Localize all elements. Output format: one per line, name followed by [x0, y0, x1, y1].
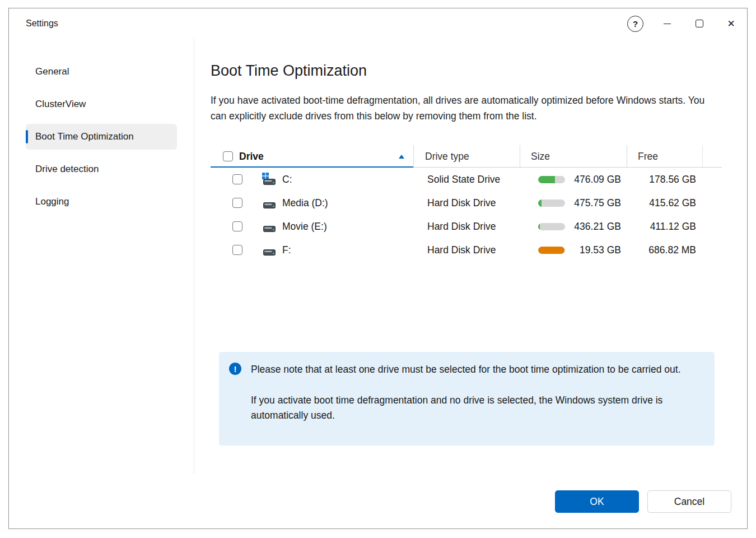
page-description: If you have activated boot-time defragme…: [211, 92, 717, 124]
minimize-button[interactable]: [651, 8, 683, 39]
size-cell: 436.21 GB: [520, 215, 627, 238]
sort-ascending-icon: [399, 155, 404, 159]
drive-cell: F:: [211, 238, 413, 262]
screen: Settings ? ✕ General Cluster: [0, 0, 756, 538]
table-row[interactable]: F: Hard Disk Drive 19.53 GB 686.82 MB: [211, 238, 722, 262]
sidebar: General ClusterView Boot Time Optimizati…: [9, 39, 194, 474]
drive-icon: [263, 174, 276, 185]
usage-bar: [538, 223, 565, 230]
usage-bar-fill: [538, 200, 542, 207]
main-content: Boot Time Optimization If you have activ…: [195, 39, 747, 528]
help-icon: ?: [627, 16, 643, 32]
drive-cell: C:: [211, 168, 413, 191]
usage-bar-fill: [538, 176, 555, 183]
size-cell: 475.75 GB: [520, 191, 627, 215]
free-cell: 686.82 MB: [627, 238, 702, 262]
column-header-drive-type-label: Drive type: [425, 151, 469, 163]
free-cell: 415.62 GB: [627, 191, 702, 215]
size-cell: 19.53 GB: [520, 238, 627, 262]
drive-checkbox[interactable]: [232, 174, 242, 184]
usage-bar: [538, 247, 565, 254]
free-cell: 178.56 GB: [627, 168, 702, 191]
column-header-size-label: Size: [531, 151, 550, 163]
size-cell: 476.09 GB: [520, 168, 627, 191]
drive-type-cell: Hard Disk Drive: [413, 191, 520, 215]
settings-window: Settings ? ✕ General Cluster: [8, 8, 748, 529]
column-header-free-label: Free: [638, 151, 658, 163]
drive-size: 436.21 GB: [565, 221, 627, 233]
drive-column-underline: [211, 166, 413, 168]
window-title: Settings: [26, 18, 58, 29]
drive-checkbox[interactable]: [232, 221, 242, 231]
drive-type-cell: Hard Disk Drive: [413, 238, 520, 262]
drive-size: 476.09 GB: [565, 174, 627, 185]
sidebar-item-label: Logging: [35, 196, 69, 207]
usage-bar: [538, 200, 565, 207]
drive-free: 178.56 GB: [649, 174, 696, 185]
drive-type-cell: Solid State Drive: [413, 168, 520, 191]
close-icon: ✕: [727, 19, 735, 29]
sidebar-item-clusterview[interactable]: ClusterView: [26, 91, 177, 117]
drive-cell: Movie (E:): [211, 215, 413, 238]
maximize-icon: [696, 20, 703, 27]
drive-type: Hard Disk Drive: [427, 197, 496, 209]
sidebar-item-label: Drive detection: [35, 164, 99, 175]
sidebar-item-logging[interactable]: Logging: [26, 189, 177, 215]
column-header-free[interactable]: Free: [627, 145, 702, 168]
drive-type-cell: Hard Disk Drive: [413, 215, 520, 238]
maximize-button[interactable]: [683, 8, 715, 39]
ok-button[interactable]: OK: [555, 490, 639, 513]
drive-free: 686.82 MB: [648, 244, 696, 256]
drive-checkbox[interactable]: [232, 245, 242, 255]
note-text: Please note that at least one drive must…: [251, 362, 699, 423]
header-underline: [413, 167, 722, 168]
table-row[interactable]: C: Solid State Drive 476.09 GB 178.56 GB: [211, 168, 722, 191]
help-button[interactable]: ?: [619, 8, 651, 39]
column-header-drive-type[interactable]: Drive type: [413, 145, 520, 168]
free-cell: 411.12 GB: [627, 215, 702, 238]
drive-name: Movie (E:): [282, 221, 327, 233]
drive-size: 475.75 GB: [565, 197, 627, 209]
drive-type: Hard Disk Drive: [427, 244, 496, 256]
drive-name: Media (D:): [282, 197, 328, 209]
note-box: ! Please note that at least one drive mu…: [219, 352, 715, 446]
column-header-drive-label: Drive: [239, 151, 264, 163]
sidebar-item-label: General: [35, 66, 69, 77]
note-paragraph-1: Please note that at least one drive must…: [251, 362, 699, 377]
drive-type: Hard Disk Drive: [427, 221, 496, 233]
caption-controls: ? ✕: [619, 8, 747, 39]
close-button[interactable]: ✕: [715, 8, 747, 39]
table-row[interactable]: Movie (E:) Hard Disk Drive 436.21 GB 411…: [211, 215, 722, 238]
selected-accent-bar: [26, 130, 28, 143]
column-header-drive[interactable]: Drive: [211, 145, 413, 168]
drive-free: 415.62 GB: [649, 197, 696, 209]
sidebar-item-boot-time-optimization[interactable]: Boot Time Optimization: [26, 124, 177, 150]
column-header-filler: [702, 145, 722, 168]
drive-name: C:: [282, 174, 292, 185]
drive-name: F:: [282, 244, 291, 256]
table-row[interactable]: Media (D:) Hard Disk Drive 475.75 GB 415…: [211, 191, 722, 215]
table-body: C: Solid State Drive 476.09 GB 178.56 GB: [211, 168, 722, 262]
sidebar-item-general[interactable]: General: [26, 59, 177, 85]
drive-table: Drive Drive type Size Free: [211, 145, 722, 262]
titlebar: Settings ? ✕: [9, 8, 747, 39]
table-header: Drive Drive type Size Free: [211, 145, 722, 168]
sidebar-item-drive-detection[interactable]: Drive detection: [26, 156, 177, 182]
select-all-checkbox[interactable]: [223, 151, 233, 161]
drive-icon: [263, 244, 276, 256]
drive-icon: [263, 221, 276, 233]
cancel-button[interactable]: Cancel: [647, 490, 731, 513]
note-paragraph-2: If you activate boot time defragmentatio…: [251, 393, 699, 423]
usage-bar-fill: [538, 223, 540, 230]
info-icon: !: [229, 363, 241, 375]
drive-icon: [263, 197, 276, 209]
drive-checkbox[interactable]: [232, 198, 242, 208]
sidebar-item-label: ClusterView: [35, 99, 86, 110]
drive-type: Solid State Drive: [427, 174, 500, 185]
usage-bar: [538, 176, 565, 183]
page-title: Boot Time Optimization: [211, 62, 367, 80]
column-header-size[interactable]: Size: [520, 145, 627, 168]
usage-bar-fill: [538, 247, 564, 254]
minimize-icon: [664, 24, 671, 24]
drive-free: 411.12 GB: [650, 221, 696, 233]
